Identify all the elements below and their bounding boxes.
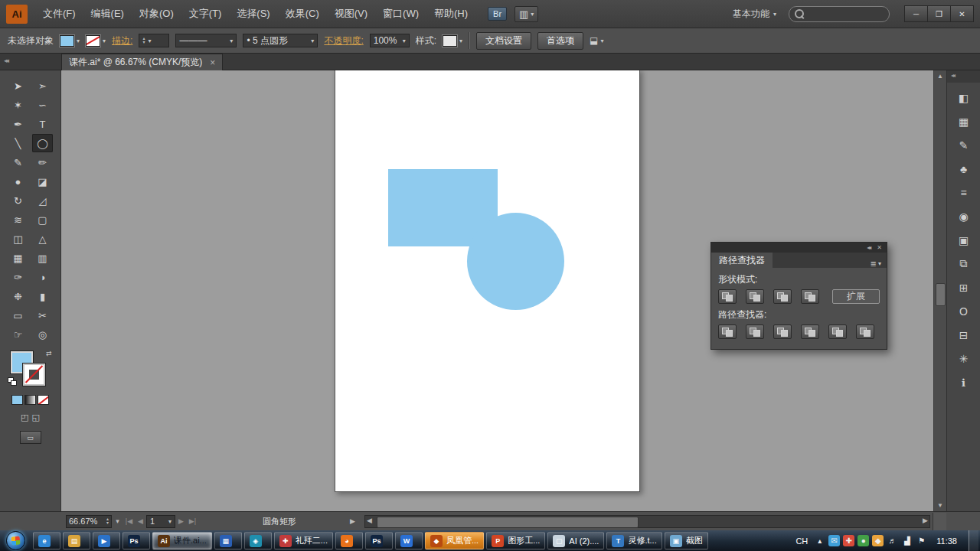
menu-item[interactable]: 编辑(E) [83,7,132,21]
stroke-swatch[interactable] [23,364,45,386]
vertical-scrollbar[interactable]: ▲ ▼ [933,70,946,511]
app-logo-icon[interactable]: Ai [6,5,28,24]
align-panel-icon[interactable]: ⊟ [952,327,975,343]
jietu-window-button[interactable]: ▣ 截图 [665,532,708,549]
line-segment-tool[interactable]: ╲ [8,134,28,152]
ai2-window-button[interactable]: ▢ AI (2).... [547,532,604,549]
divide-button[interactable] [718,324,737,339]
minus-back-button[interactable] [856,324,874,339]
ellipse-shape[interactable] [467,213,564,310]
menu-item[interactable]: 视图(V) [327,7,375,21]
close-panel-icon[interactable]: ✕ [877,244,882,251]
preferences-button[interactable]: 首选项 [537,32,583,50]
opacity-panel-link[interactable]: 不透明度: [324,34,363,47]
minimize-button[interactable]: ─ [904,5,928,22]
crop-button[interactable] [801,324,819,339]
stroke-panel-icon[interactable]: ≡ [952,184,975,201]
show-hidden-icons[interactable]: ▴ [814,535,825,546]
symbols-panel-icon[interactable]: ♣ [952,161,975,177]
menu-item[interactable]: 窗口(W) [375,7,426,21]
menu-item[interactable]: 帮助(H) [426,7,475,21]
menu-item[interactable]: 选择(S) [229,7,277,21]
taskbar-clock[interactable]: 11:38 [936,536,957,546]
ppt-window-button[interactable]: P 图形工... [486,532,545,549]
style-dropdown[interactable]: ▾ [443,35,462,47]
more-options-button[interactable]: ⬓ ▾ [590,35,603,46]
stroke-weight-combo[interactable]: ▴▾ ▾ [139,34,169,47]
document-tab[interactable]: 课件.ai* @ 66.67% (CMYK/预览) × [61,54,223,70]
swatches-panel-icon[interactable]: ▦ [952,113,975,129]
stepper-icon[interactable]: ▴▾ [142,37,145,44]
app-window-button-1[interactable]: ▦ [214,532,242,549]
scroll-up-icon[interactable]: ▲ [934,73,946,80]
show-desktop-button[interactable] [969,530,978,551]
collapse-toolbar-icon[interactable]: ◂◂ [4,57,8,64]
gradient-tool[interactable]: ▥ [32,249,53,267]
blend-tool[interactable]: ◑ [32,268,53,286]
screen-mode-button[interactable]: ▭ [20,431,41,444]
network-icon[interactable]: ▟ [901,535,913,546]
tray-app-3-icon[interactable]: ● [858,535,869,546]
menu-item[interactable]: 效果(C) [278,7,327,21]
artboards-panel-icon[interactable]: ⊞ [952,279,975,295]
last-artboard-button[interactable]: ▶| [187,517,198,525]
status-options-icon[interactable]: ▶ [347,517,358,525]
layers-panel-icon[interactable]: ⧉ [952,256,975,272]
firefox-taskbar-icon[interactable]: ◕ [335,532,363,549]
media-player-taskbar-icon[interactable]: ▶ [93,532,120,549]
minus-front-button[interactable] [746,289,764,304]
fenghuang-window-button[interactable]: ◆ 凤凰管... [425,532,484,549]
tray-app-1-icon[interactable]: ✉ [828,535,840,546]
scale-tool[interactable]: ◿ [32,191,53,210]
artboard-navigation[interactable]: 1 ▾ [146,515,175,528]
color-panel-icon[interactable]: ◧ [952,90,975,106]
search-input[interactable] [808,8,884,19]
unite-button[interactable] [718,289,737,304]
volume-icon[interactable]: ♬ [887,535,898,546]
width-tool[interactable]: ≋ [8,210,28,229]
mesh-tool[interactable]: ▦ [8,249,28,267]
document-setup-button[interactable]: 文档设置 [476,32,531,50]
gradient-panel-icon[interactable]: ◉ [952,208,975,224]
photoshop-taskbar-icon[interactable]: Ps [122,532,150,549]
brush-definition-combo[interactable]: • 5 点圆形 ▾ [243,34,318,47]
transparency-panel-icon[interactable]: ▣ [952,232,975,248]
rotate-tool[interactable]: ↻ [8,191,28,210]
free-transform-tool[interactable]: ▢ [32,210,53,229]
restore-button[interactable]: ❐ [927,5,951,22]
hand-tool[interactable]: ☞ [8,325,28,344]
ie-taskbar-icon[interactable]: e [33,532,60,549]
first-artboard-button[interactable]: |◀ [123,517,135,525]
tray-app-2-icon[interactable]: ✚ [843,535,854,546]
pathfinder-panel-icon[interactable]: ✳ [952,350,975,367]
slice-tool[interactable]: ✂ [32,306,53,324]
symbol-sprayer-tool[interactable]: ❉ [8,287,28,305]
vertical-scroll-thumb[interactable] [936,283,946,306]
none-button[interactable] [38,395,49,405]
bridge-button[interactable]: Br [488,7,507,21]
blob-brush-tool[interactable]: ● [8,172,28,191]
exclude-button[interactable] [801,289,819,304]
paintbrush-tool[interactable]: ✎ [8,153,28,171]
prev-artboard-button[interactable]: ◀ [135,517,146,525]
color-button[interactable] [11,395,23,405]
pathfinder-tab[interactable]: 路径查找器 [711,253,773,268]
wps-taskbar-icon[interactable]: W [395,532,423,549]
trim-button[interactable] [746,324,764,339]
expand-button[interactable]: 扩展 [832,289,880,304]
illustrator-window-button[interactable]: Ai 课件.ai... [152,532,212,549]
menu-item[interactable]: 文字(T) [181,7,230,21]
lasso-tool[interactable]: ∽ [32,96,53,114]
type-tool[interactable]: T [32,115,53,133]
column-graph-tool[interactable]: ▮ [32,287,53,305]
gradient-button[interactable] [24,395,36,405]
close-button[interactable]: ✕ [950,5,974,22]
direct-selection-tool[interactable]: ➣ [32,77,53,95]
magic-wand-tool[interactable]: ✶ [8,96,28,114]
perspective-grid-tool[interactable]: △ [32,230,53,248]
selection-tool[interactable]: ➤ [8,77,28,95]
arrange-documents-button[interactable]: ▥ ▾ [514,6,538,22]
ellipse-tool[interactable]: ◯ [32,134,53,152]
close-tab-icon[interactable]: × [210,57,215,68]
scroll-right-icon[interactable]: ▶ [923,517,928,524]
